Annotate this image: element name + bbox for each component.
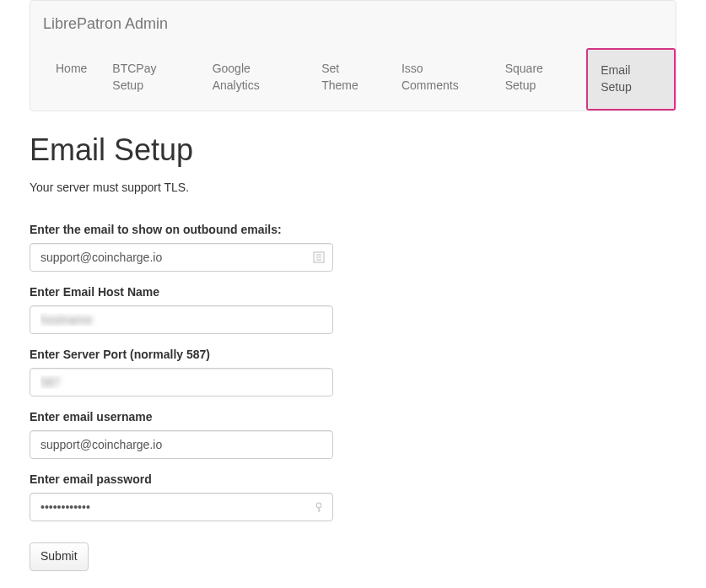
- key-icon: [313, 501, 325, 513]
- password-label: Enter email password: [30, 472, 676, 488]
- autofill-icon: [313, 251, 325, 263]
- nav-item-btcpay-setup[interactable]: BTCPay Setup: [100, 48, 199, 111]
- nav-item-email-setup[interactable]: Email Setup: [586, 48, 676, 111]
- navbar-brand[interactable]: LibrePatron Admin: [30, 1, 181, 48]
- port-input[interactable]: [30, 368, 333, 396]
- page-title: Email Setup: [30, 128, 676, 171]
- email-input[interactable]: [30, 243, 333, 272]
- email-label: Enter the email to show on outbound emai…: [30, 222, 676, 239]
- nav-item-home[interactable]: Home: [43, 48, 100, 111]
- nav-item-square-setup[interactable]: Square Setup: [493, 48, 587, 111]
- navbar-nav: Home BTCPay Setup Google Analytics Set T…: [30, 48, 676, 111]
- page-subtitle: Your server must support TLS.: [30, 180, 676, 197]
- navbar: LibrePatron Admin Home BTCPay Setup Goog…: [30, 0, 676, 111]
- port-label: Enter Server Port (normally 587): [30, 347, 676, 364]
- username-label: Enter email username: [30, 409, 676, 426]
- submit-button[interactable]: Submit: [30, 542, 89, 571]
- nav-item-set-theme[interactable]: Set Theme: [309, 48, 389, 111]
- nav-item-google-analytics[interactable]: Google Analytics: [200, 48, 310, 111]
- email-setup-form: Enter the email to show on outbound emai…: [30, 222, 676, 571]
- password-input[interactable]: [30, 493, 333, 521]
- svg-point-4: [316, 503, 321, 508]
- host-input[interactable]: [30, 305, 333, 334]
- username-input[interactable]: [30, 430, 333, 459]
- nav-item-isso-comments[interactable]: Isso Comments: [389, 48, 493, 111]
- host-label: Enter Email Host Name: [30, 284, 676, 301]
